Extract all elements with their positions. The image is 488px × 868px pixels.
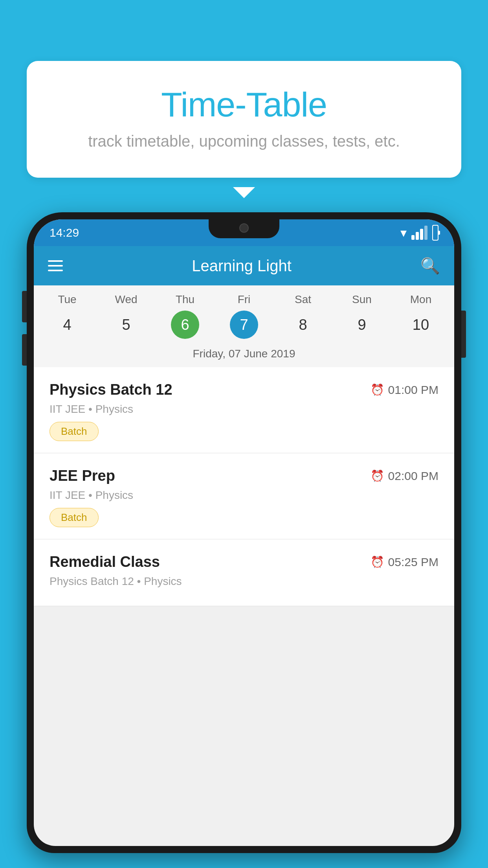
day-fri[interactable]: Fri 7 [220, 293, 268, 339]
search-icon[interactable]: 🔍 [420, 257, 440, 275]
day-name-tue: Tue [58, 293, 76, 306]
speech-bubble-container: Time-Table track timetable, upcoming cla… [27, 61, 461, 178]
schedule-item-subtitle-2: IIT JEE • Physics [50, 489, 438, 502]
phone-button-power [461, 311, 466, 358]
day-name-mon: Mon [410, 293, 431, 306]
schedule-item-time-3: ⏰ 05:25 PM [371, 555, 438, 569]
phone-outer: 14:29 ▾ [27, 212, 461, 853]
phone-screen: 14:29 ▾ [34, 219, 454, 846]
status-icons: ▾ [400, 225, 438, 241]
day-num-wed: 5 [112, 311, 140, 339]
day-num-sat: 8 [289, 311, 317, 339]
batch-badge-2: Batch [50, 508, 99, 527]
day-num-sun: 9 [348, 311, 376, 339]
phone-frame: 14:29 ▾ [27, 212, 461, 868]
schedule-item-header-3: Remedial Class ⏰ 05:25 PM [50, 554, 438, 570]
bubble-title: Time-Table [58, 85, 430, 125]
hamburger-icon[interactable] [48, 260, 63, 271]
schedule-item-time-2: ⏰ 02:00 PM [371, 469, 438, 483]
day-name-sat: Sat [295, 293, 311, 306]
status-time: 14:29 [50, 226, 79, 239]
speech-bubble: Time-Table track timetable, upcoming cla… [27, 61, 461, 178]
day-thu[interactable]: Thu 6 [161, 293, 209, 339]
selected-date-label: Friday, 07 June 2019 [38, 343, 450, 367]
days-row: Tue 4 Wed 5 Thu 6 Fri 7 [38, 285, 450, 343]
day-num-fri: 7 [230, 311, 258, 339]
schedule-list: Physics Batch 12 ⏰ 01:00 PM IIT JEE • Ph… [34, 367, 454, 606]
schedule-item-time-1: ⏰ 01:00 PM [371, 383, 438, 397]
schedule-item-subtitle-1: IIT JEE • Physics [50, 403, 438, 416]
day-name-thu: Thu [176, 293, 194, 306]
phone-button-volume-up [22, 291, 27, 322]
day-tue[interactable]: Tue 4 [44, 293, 91, 339]
day-wed[interactable]: Wed 5 [103, 293, 150, 339]
schedule-item-1[interactable]: Physics Batch 12 ⏰ 01:00 PM IIT JEE • Ph… [34, 367, 454, 453]
day-sat[interactable]: Sat 8 [279, 293, 327, 339]
schedule-item-time-value-3: 05:25 PM [388, 555, 438, 569]
clock-icon-1: ⏰ [371, 383, 384, 396]
calendar-strip: Tue 4 Wed 5 Thu 6 Fri 7 [34, 285, 454, 367]
phone-camera [239, 223, 249, 233]
schedule-item-header-1: Physics Batch 12 ⏰ 01:00 PM [50, 381, 438, 398]
day-name-sun: Sun [352, 293, 372, 306]
schedule-item-time-value-2: 02:00 PM [388, 469, 438, 483]
schedule-item-header-2: JEE Prep ⏰ 02:00 PM [50, 467, 438, 484]
app-title: Learning Light [75, 257, 409, 275]
bubble-subtitle: track timetable, upcoming classes, tests… [58, 132, 430, 150]
day-num-tue: 4 [53, 311, 81, 339]
phone-notch [209, 219, 279, 238]
schedule-item-3[interactable]: Remedial Class ⏰ 05:25 PM Physics Batch … [34, 539, 454, 606]
signal-icon [411, 226, 427, 240]
app-bar: Learning Light 🔍 [34, 246, 454, 285]
schedule-item-title-1: Physics Batch 12 [50, 381, 172, 398]
schedule-item-subtitle-3: Physics Batch 12 • Physics [50, 575, 438, 588]
clock-icon-3: ⏰ [371, 555, 384, 568]
day-mon[interactable]: Mon 10 [397, 293, 444, 339]
wifi-icon: ▾ [400, 225, 407, 240]
day-num-thu: 6 [171, 311, 199, 339]
schedule-item-title-2: JEE Prep [50, 467, 115, 484]
batch-badge-1: Batch [50, 422, 99, 441]
schedule-item-title-3: Remedial Class [50, 554, 160, 570]
battery-icon [432, 225, 438, 241]
schedule-item-time-value-1: 01:00 PM [388, 383, 438, 397]
schedule-item-2[interactable]: JEE Prep ⏰ 02:00 PM IIT JEE • Physics Ba… [34, 453, 454, 539]
clock-icon-2: ⏰ [371, 469, 384, 482]
phone-button-volume-down [22, 334, 27, 366]
day-name-fri: Fri [238, 293, 251, 306]
day-sun[interactable]: Sun 9 [338, 293, 385, 339]
day-name-wed: Wed [115, 293, 137, 306]
day-num-mon: 10 [407, 311, 435, 339]
